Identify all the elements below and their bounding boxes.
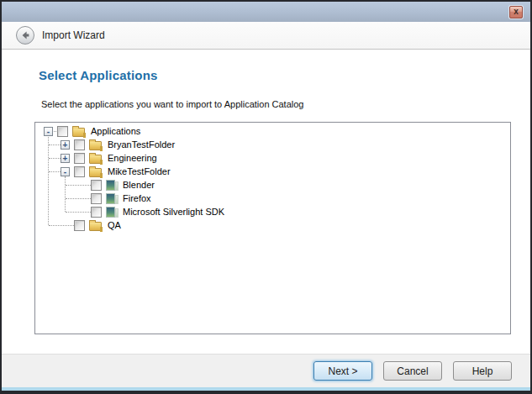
tree-item-checkbox[interactable]	[91, 180, 102, 191]
tree-row: Blender	[35, 178, 510, 192]
tree-item-checkbox[interactable]	[91, 193, 102, 204]
expand-icon[interactable]: +	[61, 154, 70, 163]
import-wizard-window: x Import Wizard Select Applications Sele…	[0, 0, 532, 394]
next-button[interactable]: Next >	[313, 361, 372, 381]
tree-item-label[interactable]: Engineering	[108, 153, 157, 163]
tree-row: -Applications	[35, 124, 510, 138]
tree-item-label[interactable]: QA	[108, 220, 121, 230]
titlebar: x	[2, 2, 530, 22]
tree-item-checkbox[interactable]	[57, 126, 68, 137]
application-icon	[106, 193, 118, 203]
content-area: Select Applications Select the applicati…	[2, 50, 530, 354]
folder-icon	[89, 168, 102, 177]
tree-view: -Applications+BryanTestFolder+Engineerin…	[34, 122, 511, 334]
collapse-icon[interactable]: -	[61, 167, 70, 176]
tree-row: -MikeTestFolder	[35, 165, 510, 178]
tree-item-checkbox[interactable]	[91, 207, 102, 218]
folder-icon	[89, 141, 102, 150]
tree-item-label[interactable]: Applications	[91, 126, 140, 136]
tree-rows: -Applications+BryanTestFolder+Engineerin…	[35, 123, 510, 232]
expand-icon[interactable]: +	[61, 140, 70, 150]
close-button[interactable]: x	[509, 6, 523, 18]
back-arrow-icon	[19, 29, 31, 41]
instruction-text: Select the applications you want to impo…	[41, 99, 303, 109]
section-heading: Select Applications	[39, 68, 158, 82]
tree-row: Microsoft Silverlight SDK	[35, 205, 510, 218]
folder-icon	[89, 155, 102, 164]
tree-row: QA	[35, 218, 510, 232]
tree-item-checkbox[interactable]	[74, 220, 85, 231]
collapse-icon[interactable]: -	[44, 127, 53, 136]
tree-row: +Engineering	[35, 151, 510, 165]
tree-row: +BryanTestFolder	[35, 138, 510, 151]
tree-item-label[interactable]: Microsoft Silverlight SDK	[123, 207, 224, 217]
application-icon	[106, 180, 118, 190]
tree-item-label[interactable]: Firefox	[123, 193, 151, 203]
tree-item-checkbox[interactable]	[74, 166, 85, 177]
close-icon: x	[514, 8, 519, 16]
cancel-button[interactable]: Cancel	[383, 361, 442, 381]
tree-item-label[interactable]: BryanTestFolder	[108, 139, 175, 150]
back-button[interactable]	[16, 26, 34, 45]
application-icon	[106, 207, 118, 217]
footer-bar: Next > Cancel Help	[2, 354, 530, 387]
wizard-header: Import Wizard	[2, 22, 530, 50]
page-title: Import Wizard	[42, 29, 105, 41]
bottom-frame-strip	[2, 387, 530, 391]
tree-item-label[interactable]: MikeTestFolder	[108, 166, 171, 176]
tree-item-label[interactable]: Blender	[123, 180, 155, 190]
folder-icon	[72, 128, 85, 137]
folder-icon	[89, 222, 102, 231]
help-button[interactable]: Help	[453, 361, 512, 381]
tree-row: Firefox	[35, 192, 510, 205]
tree-item-checkbox[interactable]	[74, 139, 85, 150]
tree-item-checkbox[interactable]	[74, 153, 85, 164]
